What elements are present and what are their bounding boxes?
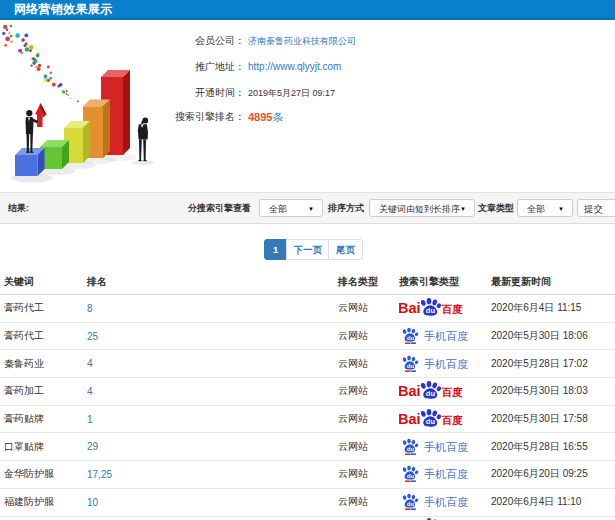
rank-type-cell: 云网站 bbox=[334, 461, 396, 489]
businessman-thinking bbox=[138, 118, 149, 162]
engine-cell bbox=[396, 322, 487, 350]
keyword-cell: 膏药加工 bbox=[0, 378, 83, 406]
table-row bbox=[0, 516, 615, 520]
updated-cell: 2020年5月30日 18:06 bbox=[487, 322, 615, 350]
engine-select-value: 全部 bbox=[269, 204, 287, 214]
title-bar: 网络营销效果展示 bbox=[0, 0, 615, 20]
rank-table: 关键词 排名 排名类型 搜索引擎类型 最新更新时间 膏药代工 8 云网站 202… bbox=[0, 270, 615, 520]
updated-cell: 2020年6月4日 11:10 bbox=[487, 488, 615, 516]
engine-cell bbox=[396, 433, 487, 461]
col-header-engine-type: 搜索引擎类型 bbox=[396, 270, 487, 295]
baidu-pc-logo bbox=[399, 298, 463, 316]
rank-link[interactable]: 4 bbox=[87, 386, 93, 397]
keyword-cell: 福建防护服 bbox=[0, 488, 83, 516]
keyword-cell: 膏药贴牌 bbox=[0, 405, 83, 433]
filter-bar: 结果: 分搜索引擎查看 全部 ▼ 排序方式 关键词由短到长排序 ▼ 文章类型 全… bbox=[0, 192, 615, 224]
sort-select-value: 关键词由短到长排序 bbox=[379, 204, 460, 214]
rank-type-cell: 云网站 bbox=[334, 488, 396, 516]
rank-count-unit: 条 bbox=[272, 111, 283, 123]
pagination: 1 下一页 尾页 bbox=[6, 239, 615, 260]
member-company-label: 会员公司： bbox=[195, 34, 245, 48]
result-label: 结果: bbox=[8, 193, 29, 223]
member-company-link[interactable]: 济南秦鲁药业科技有限公司 bbox=[248, 34, 356, 48]
article-select[interactable]: 全部 ▼ bbox=[517, 199, 573, 217]
rank-type-cell: 云网站 bbox=[334, 322, 396, 350]
table-row: 膏药代工 8 云网站 2020年6月4日 11:15 bbox=[0, 295, 615, 323]
updated-cell: 2020年5月30日 17:58 bbox=[487, 405, 615, 433]
rank-link[interactable]: 17,25 bbox=[87, 469, 112, 480]
baidu-mobile-logo bbox=[399, 491, 469, 511]
baidu-mobile-logo bbox=[399, 436, 469, 456]
baidu-mobile-logo bbox=[399, 325, 469, 345]
engine-cell bbox=[396, 405, 487, 433]
rank-link[interactable]: 8 bbox=[87, 303, 93, 314]
article-select-caret-icon: ▼ bbox=[558, 200, 564, 218]
engine-cell bbox=[396, 461, 487, 489]
rank-cell: 8 bbox=[83, 295, 334, 323]
sort-filter-label: 排序方式 bbox=[328, 193, 364, 223]
summary-section: 会员公司： 济南秦鲁药业科技有限公司 推广地址： http://www.qlyy… bbox=[0, 20, 615, 192]
rank-cell: 17,25 bbox=[83, 461, 334, 489]
keyword-cell: 秦鲁药业 bbox=[0, 350, 83, 378]
keyword-cell: 金华防护服 bbox=[0, 461, 83, 489]
rank-count-label: 搜索引擎排名： bbox=[175, 110, 245, 124]
baidu-pc-logo bbox=[399, 381, 463, 399]
updated-cell bbox=[487, 516, 615, 520]
rank-link[interactable]: 25 bbox=[87, 331, 98, 342]
engine-cell bbox=[396, 350, 487, 378]
rank-link[interactable]: 29 bbox=[87, 441, 98, 452]
table-row: 膏药加工 4 云网站 2020年5月30日 18:03 bbox=[0, 378, 615, 406]
article-filter-label: 文章类型 bbox=[478, 193, 514, 223]
last-page-button[interactable]: 尾页 bbox=[328, 239, 363, 260]
engine-select-caret-icon: ▼ bbox=[308, 200, 314, 218]
engine-cell bbox=[396, 516, 487, 520]
rank-count-number: 4895 bbox=[248, 111, 272, 123]
rank-link[interactable]: 10 bbox=[87, 497, 98, 508]
table-row: 口罩贴牌 29 云网站 2020年5月28日 16:55 bbox=[0, 433, 615, 461]
info-row-url: 推广地址： http://www.qlyyjt.com bbox=[0, 60, 615, 74]
baidu-pc-logo bbox=[399, 409, 463, 427]
rank-cell bbox=[83, 516, 334, 520]
page-1-button[interactable]: 1 bbox=[264, 239, 287, 260]
engine-cell bbox=[396, 378, 487, 406]
table-row: 金华防护服 17,25 云网站 2020年6月20日 09:25 bbox=[0, 461, 615, 489]
table-header-row: 关键词 排名 排名类型 搜索引擎类型 最新更新时间 bbox=[0, 270, 615, 295]
next-page-button[interactable]: 下一页 bbox=[286, 239, 329, 260]
rank-type-cell: 云网站 bbox=[334, 378, 396, 406]
engine-filter-label: 分搜索引擎查看 bbox=[188, 193, 251, 223]
bar-blue bbox=[15, 148, 45, 176]
rank-count-value: 4895条 bbox=[248, 110, 283, 125]
open-time-label: 开通时间： bbox=[195, 86, 245, 100]
updated-cell: 2020年6月20日 09:25 bbox=[487, 461, 615, 489]
rank-type-cell: 云网站 bbox=[334, 350, 396, 378]
sort-select[interactable]: 关键词由短到长排序 ▼ bbox=[369, 199, 475, 217]
rank-cell: 4 bbox=[83, 350, 334, 378]
submit-button[interactable]: 提交 bbox=[577, 199, 615, 217]
rank-cell: 1 bbox=[83, 405, 334, 433]
open-time-value: 2019年5月27日 09:17 bbox=[248, 86, 335, 100]
updated-cell: 2020年5月28日 17:02 bbox=[487, 350, 615, 378]
rank-type-cell bbox=[334, 516, 396, 520]
baidu-mobile-logo bbox=[399, 463, 469, 483]
keyword-cell bbox=[0, 516, 83, 520]
engine-select[interactable]: 全部 ▼ bbox=[259, 199, 323, 217]
page: 网络营销效果展示 bbox=[0, 0, 615, 520]
rank-cell: 4 bbox=[83, 378, 334, 406]
rank-link[interactable]: 1 bbox=[87, 414, 93, 425]
rank-type-cell: 云网站 bbox=[334, 295, 396, 323]
rank-cell: 10 bbox=[83, 488, 334, 516]
col-header-updated: 最新更新时间 bbox=[487, 270, 615, 295]
table-row: 秦鲁药业 4 云网站 2020年5月28日 17:02 bbox=[0, 350, 615, 378]
engine-cell bbox=[396, 488, 487, 516]
keyword-cell: 口罩贴牌 bbox=[0, 433, 83, 461]
rank-link[interactable]: 4 bbox=[87, 358, 93, 369]
engine-cell bbox=[396, 295, 487, 323]
article-select-value: 全部 bbox=[527, 204, 545, 214]
promo-url-label: 推广地址： bbox=[195, 60, 245, 74]
col-header-rank: 排名 bbox=[83, 270, 334, 295]
keyword-cell: 膏药代工 bbox=[0, 295, 83, 323]
keyword-cell: 膏药代工 bbox=[0, 322, 83, 350]
updated-cell: 2020年6月4日 11:15 bbox=[487, 295, 615, 323]
promo-url-link[interactable]: http://www.qlyyjt.com bbox=[248, 60, 341, 74]
rank-cell: 25 bbox=[83, 322, 334, 350]
